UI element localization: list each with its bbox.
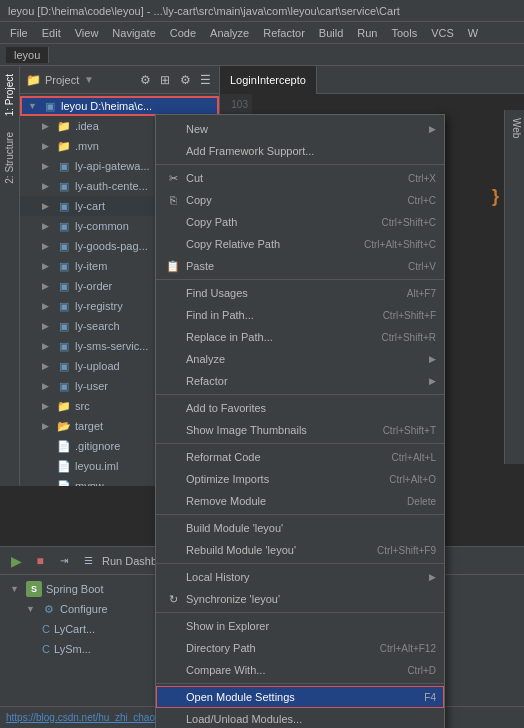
tree-item-label: ly-api-gatewa...: [75, 160, 150, 172]
class-icon: C: [42, 623, 50, 635]
layout-icon[interactable]: ⊞: [157, 72, 173, 88]
ctx-shortcut: Ctrl+Alt+O: [389, 474, 436, 485]
ctx-copy-relative-path[interactable]: Copy Relative Path Ctrl+Alt+Shift+C: [156, 233, 444, 255]
tree-item-label: ly-upload: [75, 360, 120, 372]
ctx-compare-with[interactable]: Compare With... Ctrl+D: [156, 659, 444, 681]
tree-item-label: src: [75, 400, 90, 412]
ctx-item-label: New: [186, 123, 429, 135]
tree-expand-arrow: ▼: [28, 101, 42, 111]
tree-item-label: .gitignore: [75, 440, 120, 452]
menu-refactor[interactable]: Refactor: [257, 25, 311, 41]
leyou-tab[interactable]: leyou: [6, 47, 49, 63]
ctx-item-label: Synchronize 'leyou': [186, 593, 436, 605]
ctx-replace-in-path[interactable]: Replace in Path... Ctrl+Shift+R: [156, 326, 444, 348]
tree-root-label: leyou D:\heima\c...: [61, 100, 152, 112]
ctx-directory-path[interactable]: Directory Path Ctrl+Alt+F12: [156, 637, 444, 659]
menu-code[interactable]: Code: [164, 25, 202, 41]
menu-view[interactable]: View: [69, 25, 105, 41]
right-side-tabs: Web: [504, 110, 524, 464]
ctx-optimize-imports[interactable]: Optimize Imports Ctrl+Alt+O: [156, 468, 444, 490]
menu-vcs[interactable]: VCS: [425, 25, 460, 41]
ctx-item-label: Rebuild Module 'leyou': [186, 544, 357, 556]
menu-run[interactable]: Run: [351, 25, 383, 41]
gear-icon[interactable]: ⚙: [177, 72, 193, 88]
file-icon: 📄: [56, 458, 72, 474]
ctx-shortcut: F4: [424, 692, 436, 703]
project-toolbar: 📁 Project ▼ ⚙ ⊞ ⚙ ☰: [20, 66, 219, 94]
sync-icon: ↻: [164, 593, 182, 606]
play-icon: ▶: [11, 553, 22, 569]
project-dropdown[interactable]: ▼: [84, 74, 94, 85]
ctx-build-module[interactable]: Build Module 'leyou': [156, 517, 444, 539]
tree-arrow: ▶: [42, 341, 56, 351]
ctx-find-usages[interactable]: Find Usages Alt+F7: [156, 282, 444, 304]
ctx-load-unload[interactable]: Load/Unload Modules...: [156, 708, 444, 728]
menu-navigate[interactable]: Navigate: [106, 25, 161, 41]
separator: [156, 514, 444, 515]
ctx-item-label: Remove Module: [186, 495, 387, 507]
folder-icon: 📁: [56, 138, 72, 154]
ctx-local-history[interactable]: Local History ▶: [156, 566, 444, 588]
sidebar-item-project[interactable]: 1: Project: [2, 66, 17, 124]
ctx-add-favorites[interactable]: Add to Favorites: [156, 397, 444, 419]
ctx-rebuild-module[interactable]: Rebuild Module 'leyou' Ctrl+Shift+F9: [156, 539, 444, 561]
ctx-show-in-explorer[interactable]: Show in Explorer: [156, 615, 444, 637]
sidebar-item-structure[interactable]: 2: Structure: [2, 124, 17, 192]
separator: [156, 164, 444, 165]
ctx-item-label: Compare With...: [186, 664, 387, 676]
main-layout: 1: Project 2: Structure 📁 Project ▼ ⚙ ⊞ …: [0, 66, 524, 486]
ctx-item-label: Reformat Code: [186, 451, 372, 463]
step-button[interactable]: ⇥: [54, 551, 74, 571]
ctx-add-framework[interactable]: Add Framework Support...: [156, 140, 444, 162]
tree-arrow: ▶: [42, 141, 56, 151]
ctx-item-label: Copy Relative Path: [186, 238, 344, 250]
ctx-refactor[interactable]: Refactor ▶: [156, 370, 444, 392]
ctx-open-module-settings[interactable]: Open Module Settings F4: [156, 686, 444, 708]
module-icon: ▣: [56, 278, 72, 294]
tab-login-interceptor[interactable]: LoginIntercepto: [220, 66, 317, 94]
menu-file[interactable]: File: [4, 25, 34, 41]
collapse-icon[interactable]: ☰: [197, 72, 213, 88]
module-icon: ▣: [56, 318, 72, 334]
ctx-cut[interactable]: ✂ Cut Ctrl+X: [156, 167, 444, 189]
folder-icon: 📂: [56, 418, 72, 434]
menu-analyze[interactable]: Analyze: [204, 25, 255, 41]
menu-w[interactable]: W: [462, 25, 484, 41]
ctx-copy[interactable]: ⎘ Copy Ctrl+C: [156, 189, 444, 211]
ctx-item-label: Directory Path: [186, 642, 360, 654]
menu-tools[interactable]: Tools: [385, 25, 423, 41]
tab-label: LoginIntercepto: [230, 74, 306, 86]
module-icon: ▣: [56, 178, 72, 194]
tree-arrow: ▶: [42, 281, 56, 291]
ctx-copy-path[interactable]: Copy Path Ctrl+Shift+C: [156, 211, 444, 233]
tree-arrow: ▶: [42, 441, 56, 451]
ctx-shortcut: Ctrl+X: [408, 173, 436, 184]
ctx-remove-module[interactable]: Remove Module Delete: [156, 490, 444, 512]
ctx-analyze[interactable]: Analyze ▶: [156, 348, 444, 370]
play-button[interactable]: ▶: [6, 551, 26, 571]
ctx-synchronize[interactable]: ↻ Synchronize 'leyou': [156, 588, 444, 610]
ctx-show-thumbnails[interactable]: Show Image Thumbnails Ctrl+Shift+T: [156, 419, 444, 441]
tree-item-label: ly-auth-cente...: [75, 180, 148, 192]
ctx-new[interactable]: New ▶: [156, 118, 444, 140]
tree-arrow: ▶: [42, 361, 56, 371]
tree-item-label: .mvn: [75, 140, 99, 152]
module-icon: ▣: [56, 198, 72, 214]
menu-edit[interactable]: Edit: [36, 25, 67, 41]
settings-icon[interactable]: ⚙: [137, 72, 153, 88]
sidebar-item-web[interactable]: Web: [505, 110, 524, 146]
tree-root[interactable]: ▼ ▣ leyou D:\heima\c...: [20, 96, 219, 116]
ctx-shortcut: Alt+F7: [407, 288, 436, 299]
menu-build[interactable]: Build: [313, 25, 349, 41]
ctx-reformat[interactable]: Reformat Code Ctrl+Alt+L: [156, 446, 444, 468]
ctx-paste[interactable]: 📋 Paste Ctrl+V: [156, 255, 444, 277]
status-url[interactable]: https://blog.csdn.net/hu_zhi_chao: [6, 712, 155, 723]
ctx-shortcut: Ctrl+D: [407, 665, 436, 676]
stop-button[interactable]: ■: [30, 551, 50, 571]
list-button[interactable]: ☰: [78, 551, 98, 571]
tree-arrow: ▶: [42, 381, 56, 391]
ctx-find-in-path[interactable]: Find in Path... Ctrl+Shift+F: [156, 304, 444, 326]
closing-brace: }: [492, 186, 499, 207]
configure-label: Configure: [60, 603, 108, 615]
ctx-item-label: Find Usages: [186, 287, 387, 299]
